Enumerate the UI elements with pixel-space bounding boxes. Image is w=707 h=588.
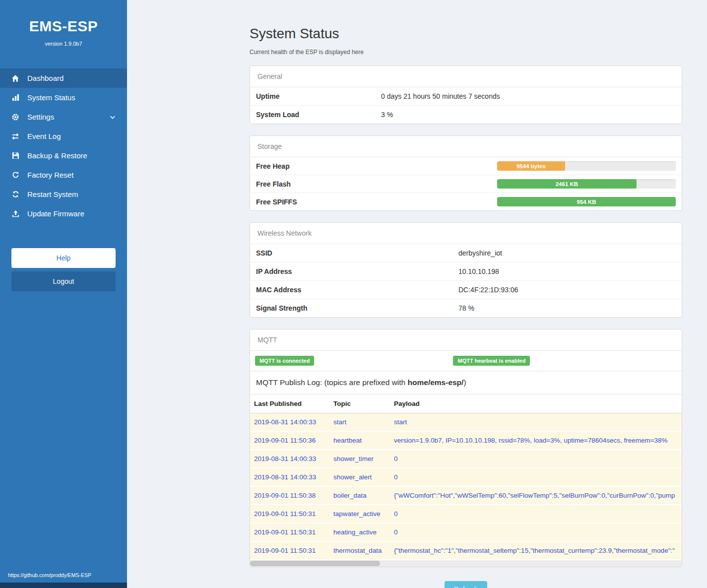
mac-address-value: DC:4F:22:1D:93:06: [458, 286, 518, 294]
payload-cell: {"wWComfort":"Hot","wWSelTemp":60,"selFl…: [390, 486, 682, 505]
help-button[interactable]: Help: [11, 248, 116, 268]
ssid-label: SSID: [256, 249, 458, 257]
sidebar-nav: Dashboard System Status Settings: [0, 68, 127, 223]
free-heap-row: Free Heap 9544 bytes: [250, 157, 682, 175]
free-spiffs-label: Free SPIFFS: [256, 198, 497, 206]
sidebar-item-event-log[interactable]: Event Log: [0, 127, 127, 146]
sidebar-item-dashboard[interactable]: Dashboard: [0, 68, 127, 88]
payload-cell: {"thermostat_hc":"1","thermostat_seltemp…: [390, 541, 682, 560]
table-row: 2019-09-01 11:50:31 thermostat_data {"th…: [250, 541, 682, 560]
horizontal-scrollbar[interactable]: [250, 560, 682, 567]
payload-cell: version=1.9.0b7, IP=10.10.10.198, rssid=…: [390, 431, 682, 450]
app-title: EMS-ESP: [0, 18, 127, 35]
payload-cell: 0: [390, 505, 682, 523]
free-flash-progress-track: 2461 KB: [497, 179, 676, 189]
mqtt-publish-table: Last Published Topic Payload 2019-08-31 …: [250, 394, 682, 560]
table-row: 2019-08-31 14:00:33 shower_alert 0: [250, 468, 682, 486]
table-row: 2019-08-31 14:00:33 shower_timer 0: [250, 450, 682, 468]
sidebar-item-backup-restore[interactable]: Backup & Restore: [0, 146, 127, 165]
general-panel-header: General: [250, 66, 682, 87]
col-header-last-published: Last Published: [250, 394, 329, 413]
storage-panel-header: Storage: [250, 136, 682, 157]
mqtt-table-wrap: Last Published Topic Payload 2019-08-31 …: [250, 394, 682, 560]
sidebar-item-label: Event Log: [27, 132, 61, 140]
sidebar-item-factory-reset[interactable]: Factory Reset: [0, 165, 127, 185]
published-cell: 2019-09-01 11:50:31: [250, 523, 329, 541]
free-flash-label: Free Flash: [256, 180, 497, 188]
mac-address-row: MAC Address DC:4F:22:1D:93:06: [250, 281, 682, 299]
refresh-button[interactable]: Refresh: [445, 581, 487, 588]
exchange-arrows-icon: [11, 132, 20, 140]
page-subtitle: Current health of the ESP is displayed h…: [250, 49, 682, 56]
github-link[interactable]: https://github.com/proddy/EMS-ESP: [0, 568, 127, 583]
topic-cell: boiler_data: [329, 486, 390, 505]
mqtt-panel-header: MQTT: [250, 329, 682, 351]
free-spiffs-progress-track: 954 KB: [497, 197, 676, 206]
sidebar-item-label: Update Firmware: [27, 209, 84, 218]
free-flash-progress-bar: 2461 KB: [497, 179, 637, 189]
system-load-value: 3 %: [381, 111, 393, 119]
table-row: 2019-09-01 11:50:38 boiler_data {"wWComf…: [250, 486, 682, 505]
free-heap-progress-bar: 9544 bytes: [497, 161, 565, 171]
brand: EMS-ESP version 1.9.0b7: [0, 0, 127, 47]
payload-cell: 0: [390, 468, 682, 486]
table-row: 2019-08-31 14:00:33 start start: [250, 413, 682, 432]
sidebar: EMS-ESP version 1.9.0b7 Dashboard System…: [0, 0, 127, 588]
free-heap-label: Free Heap: [256, 162, 497, 170]
bar-chart-icon: [11, 94, 20, 102]
payload-cell: 0: [390, 450, 682, 468]
published-cell: 2019-09-01 11:50:38: [250, 486, 329, 505]
free-spiffs-row: Free SPIFFS 954 KB: [250, 193, 682, 210]
mqtt-log-title-suffix: ): [463, 378, 466, 387]
restart-icon: [11, 191, 20, 198]
topic-cell: heartbeat: [329, 431, 390, 450]
sidebar-item-label: Restart System: [27, 190, 78, 198]
sidebar-item-label: System Status: [27, 93, 75, 102]
home-icon: [11, 74, 20, 82]
published-cell: 2019-09-01 11:50:31: [250, 505, 329, 523]
free-flash-row: Free Flash 2461 KB: [250, 175, 682, 193]
sidebar-item-label: Dashboard: [27, 74, 64, 82]
logout-button[interactable]: Logout: [11, 271, 116, 291]
mqtt-topic-prefix: home/ems-esp/: [408, 378, 464, 387]
sidebar-item-label: Factory Reset: [27, 171, 73, 179]
table-row: 2019-09-01 11:50:36 heartbeat version=1.…: [250, 431, 682, 450]
signal-strength-value: 78 %: [458, 304, 474, 312]
mqtt-badges-row: MQTT is connected MQTT hearbeat is enabl…: [250, 351, 682, 371]
free-heap-progress-track: 9544 bytes: [497, 161, 676, 171]
topic-cell: tapwater_active: [329, 505, 390, 523]
sidebar-item-label: Settings: [27, 113, 54, 121]
chevron-down-icon: [109, 114, 116, 121]
system-load-label: System Load: [256, 111, 381, 119]
published-cell: 2019-08-31 14:00:33: [250, 468, 329, 486]
mqtt-log-title-prefix: MQTT Publish Log: (topics are prefixed w…: [256, 378, 408, 387]
storage-panel: Storage Free Heap 9544 bytes Free Flash …: [250, 135, 682, 211]
sidebar-item-system-status[interactable]: System Status: [0, 88, 127, 107]
sidebar-buttons: Help Logout: [0, 248, 127, 291]
uptime-value: 0 days 21 hours 50 minutes 7 seconds: [381, 92, 500, 100]
general-panel: General Uptime 0 days 21 hours 50 minute…: [250, 65, 682, 124]
published-cell: 2019-08-31 14:00:33: [250, 413, 329, 432]
wireless-panel-header: Wireless Network: [250, 223, 682, 244]
horizontal-scrollbar-thumb[interactable]: [250, 561, 380, 566]
topic-cell: thermostat_data: [329, 541, 390, 560]
ip-address-row: IP Address 10.10.10.198: [250, 262, 682, 281]
col-header-topic: Topic: [329, 394, 390, 413]
sidebar-item-restart-system[interactable]: Restart System: [0, 185, 127, 204]
free-spiffs-progress-bar: 954 KB: [497, 197, 676, 206]
signal-strength-row: Signal Strength 78 %: [250, 299, 682, 317]
uptime-row: Uptime 0 days 21 hours 50 minutes 7 seco…: [250, 87, 682, 106]
main-content: System Status Current health of the ESP …: [127, 0, 707, 588]
sidebar-item-settings[interactable]: Settings: [0, 107, 127, 127]
col-header-payload: Payload: [390, 394, 682, 413]
signal-strength-label: Signal Strength: [256, 304, 458, 312]
topic-cell: shower_alert: [329, 468, 390, 486]
system-load-row: System Load 3 %: [250, 106, 682, 124]
mqtt-log-title: MQTT Publish Log: (topics are prefixed w…: [250, 371, 682, 394]
footer-strip: [0, 583, 127, 588]
table-header-row: Last Published Topic Payload: [250, 394, 682, 413]
mqtt-panel: MQTT MQTT is connected MQTT hearbeat is …: [250, 329, 682, 567]
published-cell: 2019-09-01 11:50:36: [250, 431, 329, 450]
sidebar-item-update-firmware[interactable]: Update Firmware: [0, 204, 127, 223]
app-window: EMS-ESP version 1.9.0b7 Dashboard System…: [0, 0, 707, 588]
